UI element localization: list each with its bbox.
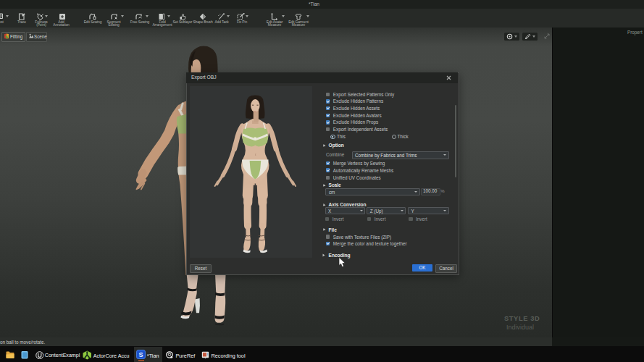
svg-text:S: S bbox=[138, 351, 143, 358]
